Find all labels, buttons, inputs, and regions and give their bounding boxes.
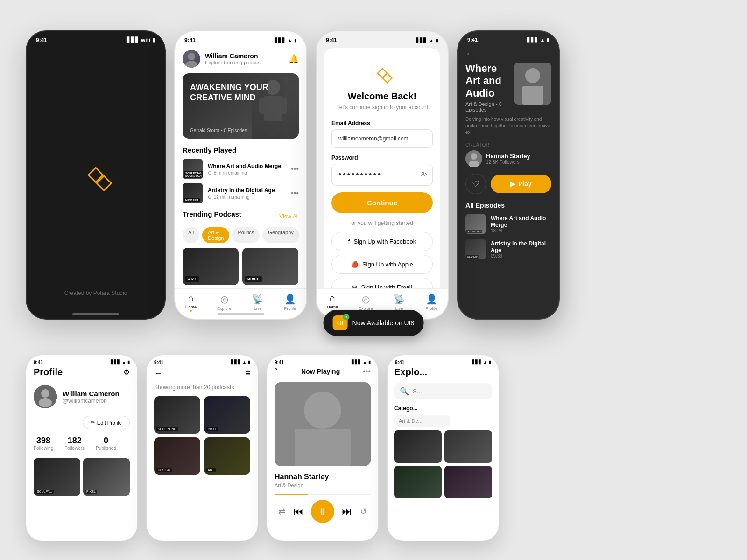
search-bar[interactable]: 🔍 S... bbox=[394, 383, 492, 399]
back-button[interactable]: ← bbox=[465, 45, 551, 63]
nav-home[interactable]: ⌂ Home bbox=[185, 293, 197, 312]
heart-button[interactable]: ♡ bbox=[465, 174, 486, 194]
podcast-card[interactable]: ART bbox=[204, 437, 250, 475]
episode-time: 09:39 bbox=[491, 253, 551, 259]
nav-explore[interactable]: ◎ Explore bbox=[217, 294, 232, 311]
status-time: 9:41 bbox=[467, 37, 478, 42]
signal-icon: ▋▋▋ bbox=[111, 360, 120, 365]
more-button[interactable]: ••• bbox=[363, 367, 371, 376]
status-time: 9:41 bbox=[36, 37, 47, 43]
now-playing-screen: 9:41 ▋▋▋ ▲ ▮ ˅ Now Playing ••• bbox=[267, 355, 379, 541]
category-label: Catego... bbox=[394, 405, 492, 412]
all-episodes-title: All Episodes bbox=[465, 202, 551, 209]
podcast-card[interactable]: PIXEL bbox=[242, 248, 298, 285]
tab-politics[interactable]: Politics bbox=[232, 227, 260, 243]
next-icon[interactable]: ⏭ bbox=[342, 505, 352, 518]
wifi-icon: ▲ bbox=[288, 38, 292, 43]
view-all-link[interactable]: View All bbox=[279, 213, 299, 220]
category-item[interactable]: Art & De... bbox=[394, 415, 450, 427]
back-button[interactable]: ← bbox=[154, 369, 162, 378]
following-label: Following bbox=[34, 446, 53, 451]
episode-meta: ⏱ 8 min remaining bbox=[208, 170, 286, 175]
apple-button[interactable]: 🍎 Sign Up with Apple bbox=[331, 255, 433, 274]
email-input[interactable]: williamcameron@gmail.com bbox=[331, 129, 433, 148]
or-divider: or you will getting started bbox=[331, 220, 433, 226]
podcast-card[interactable]: DESIGN bbox=[154, 437, 200, 475]
chevron-down-icon[interactable]: ˅ bbox=[275, 367, 278, 376]
home-indicator bbox=[218, 313, 264, 315]
followers-count: 182 bbox=[64, 436, 85, 446]
followers-stat: 182 Followers bbox=[64, 436, 85, 451]
shuffle-icon[interactable]: ⇄ bbox=[278, 506, 285, 517]
password-input[interactable]: •••••••••• bbox=[331, 164, 433, 186]
list-item[interactable]: NEW ERA Artistry in the Digital Age ⏱ 12… bbox=[183, 183, 299, 203]
episode-title: Artistry in the Digital Age bbox=[491, 240, 551, 253]
repeat-icon[interactable]: ↺ bbox=[360, 506, 367, 517]
tab-geography[interactable]: Geography bbox=[262, 227, 299, 243]
logo-icon bbox=[79, 162, 112, 195]
battery-icon: ▮ bbox=[436, 38, 438, 43]
tab-art-design[interactable]: Art & Design bbox=[202, 227, 229, 243]
nav-home-label: Home bbox=[185, 305, 197, 309]
edit-profile-button[interactable]: ✏ Edit Profile bbox=[83, 416, 130, 429]
nav-profile[interactable]: 👤 Profile bbox=[425, 294, 437, 311]
banner-meta: Gerrald Storor • 8 Episodes bbox=[190, 128, 247, 133]
play-icon: ▶ bbox=[510, 180, 515, 188]
wifi-icon: ▲ bbox=[483, 360, 487, 365]
status-time: 9:41 bbox=[326, 37, 337, 43]
profile-title: Profile bbox=[34, 367, 63, 378]
wifi-icon: ▲ bbox=[363, 360, 367, 365]
nav-live[interactable]: 📡 Live bbox=[252, 294, 263, 311]
continue-button[interactable]: Continue bbox=[331, 192, 433, 213]
podcast-card[interactable]: SCULPTING bbox=[154, 396, 200, 434]
episode-title: Where Art and Audio Merge bbox=[208, 163, 286, 169]
svg-point-20 bbox=[304, 392, 341, 429]
login-screen: 9:41 ▋▋▋ ▲ ▮ bbox=[316, 30, 449, 320]
category-card[interactable] bbox=[394, 466, 442, 498]
wifi-icon: ▲ bbox=[242, 360, 247, 365]
podcast-card[interactable]: PIXEL bbox=[204, 396, 250, 434]
home-screen: 9:41 ▋▋▋ ▲ ▮ bbox=[174, 30, 307, 320]
list-item[interactable]: SCULPTINGSOUNDSCAPES Where Art and Audio… bbox=[183, 159, 299, 179]
svg-point-18 bbox=[39, 398, 52, 407]
category-card[interactable] bbox=[394, 430, 442, 463]
list-item[interactable]: NEW ERA Artistry in the Digital Age 09:3… bbox=[465, 239, 551, 259]
list-item[interactable]: SCULPTING Where Art and Audio Merge 18:2… bbox=[465, 214, 551, 234]
explore-icon: ◎ bbox=[362, 294, 370, 305]
category-card[interactable] bbox=[444, 430, 492, 463]
status-time: 9:41 bbox=[34, 360, 43, 365]
category-card[interactable] bbox=[444, 466, 492, 498]
nav-profile[interactable]: 👤 Profile bbox=[284, 294, 296, 311]
filter-tabs: All Art & Design Politics Geography bbox=[183, 227, 299, 243]
episode-time: 18:28 bbox=[491, 228, 551, 233]
svg-rect-12 bbox=[522, 86, 543, 105]
eye-icon[interactable]: 👁 bbox=[420, 171, 427, 179]
profile-icon: 👤 bbox=[284, 294, 296, 305]
nav-live[interactable]: 📡 Live bbox=[393, 294, 405, 311]
user-subtitle: Explore trending podcast bbox=[205, 60, 262, 65]
more-button[interactable]: ••• bbox=[291, 189, 299, 197]
filter-icon[interactable]: ≡ bbox=[245, 369, 250, 378]
more-button[interactable]: ••• bbox=[291, 165, 299, 173]
banner-card[interactable]: AWAKENING YOUR CREATIVE MIND Gerrald Sto… bbox=[183, 73, 299, 139]
svg-rect-21 bbox=[295, 429, 351, 466]
prev-icon[interactable]: ⏮ bbox=[293, 505, 303, 518]
podcast-card[interactable]: ART bbox=[183, 248, 239, 285]
nav-explore[interactable]: ◎ Explore bbox=[359, 294, 373, 311]
facebook-button[interactable]: f Sign Up with Facebook bbox=[331, 232, 433, 251]
notification-icon[interactable]: 🔔 bbox=[289, 54, 299, 64]
status-bar: 9:41 ▋▋▋ ▲ ▮ bbox=[267, 355, 378, 367]
signal-icon: ▋▋▋ bbox=[527, 37, 538, 42]
play-button[interactable]: ▶ Play bbox=[491, 175, 551, 193]
play-pause-button[interactable]: ⏸ bbox=[311, 500, 334, 523]
settings-icon[interactable]: ⚙ bbox=[123, 368, 130, 377]
nav-home[interactable]: ⌂ Home bbox=[327, 293, 338, 312]
status-time: 9:41 bbox=[395, 360, 404, 365]
episode-list: SCULPTING Where Art and Audio Merge 18:2… bbox=[465, 214, 551, 259]
tab-all[interactable]: All bbox=[183, 227, 199, 243]
explore-screen-partial: 9:41 ▋▋▋ ▲ ▮ Explo... 🔍 S... Catego... A… bbox=[387, 355, 499, 541]
nav-live-label: Live bbox=[254, 306, 262, 311]
signal-icon: ▋▋▋ bbox=[275, 38, 286, 43]
nav-profile-label: Profile bbox=[425, 306, 437, 311]
battery-icon: ▮ bbox=[294, 38, 297, 43]
